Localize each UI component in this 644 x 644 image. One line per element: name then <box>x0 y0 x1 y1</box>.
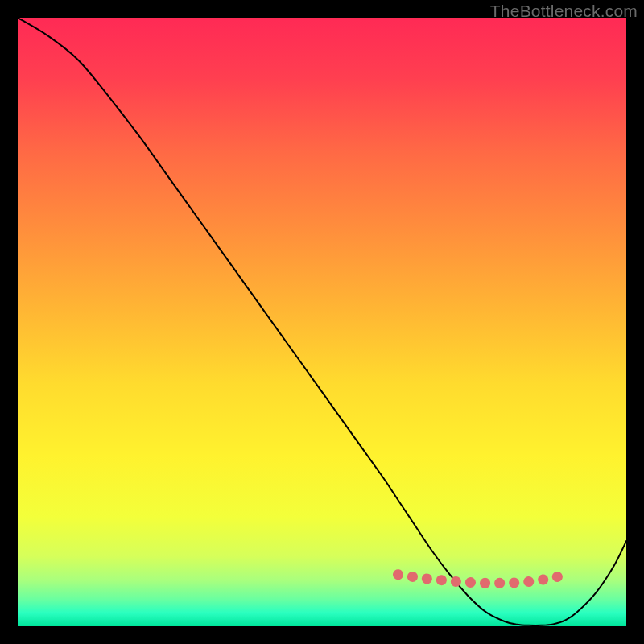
chart-canvas <box>18 18 626 626</box>
chart-frame <box>18 18 626 626</box>
watermark-label: TheBottleneck.com <box>490 2 638 21</box>
chart-background <box>18 18 626 626</box>
